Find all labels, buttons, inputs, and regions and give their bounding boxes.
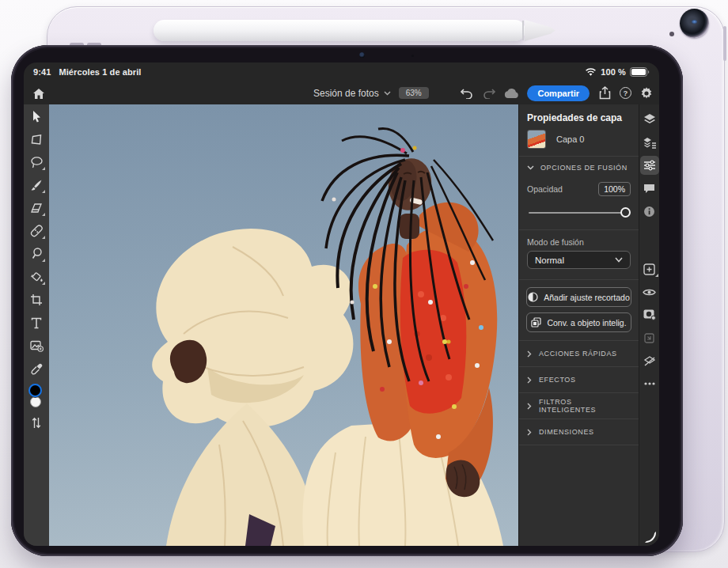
photo-layer bbox=[49, 104, 518, 546]
apple-pencil-seam bbox=[522, 21, 524, 40]
opacity-value-field[interactable]: 100% bbox=[598, 182, 631, 196]
info-button[interactable] bbox=[640, 202, 659, 221]
cloud-sync-icon[interactable] bbox=[504, 85, 520, 101]
undo-button[interactable] bbox=[458, 85, 474, 101]
chevron-down-icon bbox=[527, 165, 534, 170]
subtool-indicator bbox=[42, 282, 45, 285]
top-toolbar: Sesión de fotos 63% Compartir bbox=[24, 81, 659, 104]
layer-name: Capa 0 bbox=[556, 134, 584, 144]
subtool-indicator bbox=[42, 236, 45, 239]
hair-bead bbox=[351, 301, 355, 305]
layer-mask-button[interactable] bbox=[640, 305, 659, 324]
subtool-indicator bbox=[655, 274, 658, 277]
wifi-icon bbox=[585, 68, 597, 77]
document-canvas[interactable] bbox=[49, 104, 518, 546]
chevron-right-icon bbox=[527, 403, 532, 410]
swap-colors-button[interactable] bbox=[28, 415, 44, 430]
rear-camera-lens bbox=[680, 9, 709, 38]
layer-visibility-button[interactable] bbox=[640, 282, 659, 301]
add-clipped-adjustment-label: Añadir ajuste recortado bbox=[544, 293, 630, 302]
healing-brush-tool[interactable] bbox=[28, 223, 44, 239]
export-icon[interactable] bbox=[597, 85, 612, 101]
hair-bead bbox=[447, 340, 451, 344]
add-clipped-adjustment-button[interactable]: Añadir ajuste recortado bbox=[526, 287, 631, 307]
layer-properties-panel: Propiedades de capa Capa 0 OPCIONES DE F… bbox=[518, 104, 639, 546]
lasso-tool[interactable] bbox=[28, 154, 44, 170]
subtool-indicator bbox=[42, 259, 45, 262]
front-camera bbox=[359, 52, 365, 58]
zoom-level-badge[interactable]: 63% bbox=[399, 87, 429, 99]
hair-bead bbox=[400, 148, 405, 153]
section-effects[interactable]: EFECTOS bbox=[519, 367, 639, 393]
section-label: EFECTOS bbox=[539, 376, 576, 384]
background-color-swatch[interactable] bbox=[30, 396, 41, 407]
type-tool[interactable] bbox=[28, 315, 44, 331]
eyedropper-tool[interactable] bbox=[28, 361, 44, 377]
chevron-down-icon bbox=[384, 91, 391, 96]
opacity-slider[interactable] bbox=[529, 207, 629, 218]
add-layer-button[interactable] bbox=[640, 259, 659, 278]
blend-mode-select[interactable]: Normal bbox=[527, 251, 631, 269]
blend-mode-label: Modo de fusión bbox=[519, 230, 639, 251]
more-options-button[interactable] bbox=[640, 374, 659, 393]
crop-tool[interactable] bbox=[28, 292, 44, 308]
place-photo-tool[interactable] bbox=[28, 338, 44, 354]
flatten-layer-button[interactable] bbox=[640, 351, 659, 370]
blend-options-header[interactable]: OPCIONES DE FUSIÓN bbox=[519, 157, 639, 179]
share-button[interactable]: Compartir bbox=[527, 85, 590, 101]
subtool-indicator bbox=[42, 167, 45, 170]
battery-percent: 100 % bbox=[601, 67, 626, 77]
chevron-right-icon bbox=[527, 429, 532, 436]
status-bar: 9:41 Miércoles 1 de abril 100 % bbox=[24, 62, 659, 81]
redo-button[interactable] bbox=[481, 85, 497, 101]
blend-mode-value: Normal bbox=[535, 256, 564, 265]
layer-row[interactable]: Capa 0 bbox=[519, 128, 639, 156]
layers-button[interactable] bbox=[640, 110, 659, 129]
chevron-right-icon bbox=[527, 377, 532, 384]
tool-strip bbox=[24, 104, 49, 546]
hair-bead bbox=[332, 198, 336, 202]
apple-pencil bbox=[154, 20, 525, 41]
edit-properties-button[interactable] bbox=[640, 156, 659, 175]
battery-icon bbox=[630, 67, 650, 77]
brush-tool[interactable] bbox=[28, 177, 44, 193]
clone-stamp-tool[interactable] bbox=[28, 246, 44, 262]
section-label: FILTROS INTELIGENTES bbox=[539, 398, 631, 414]
color-swatches[interactable] bbox=[28, 384, 45, 409]
product-scene: 9:41 Miércoles 1 de abril 100 % bbox=[0, 0, 728, 568]
slider-thumb[interactable] bbox=[620, 207, 631, 218]
front-sensor bbox=[411, 55, 414, 57]
fill-tool[interactable] bbox=[28, 269, 44, 285]
convert-smart-object-button[interactable]: Conv. a objeto intelig. bbox=[526, 312, 631, 332]
ipad-front-device: 9:41 Miércoles 1 de abril 100 % bbox=[11, 45, 683, 556]
hair-bead bbox=[413, 146, 417, 150]
layer-properties-button[interactable] bbox=[640, 133, 659, 152]
foreground-color-swatch[interactable] bbox=[28, 384, 42, 397]
lens-glint bbox=[692, 20, 697, 24]
section-quick-actions[interactable]: ACCIONES RÁPIDAS bbox=[519, 341, 639, 367]
date-label: Miércoles 1 de abril bbox=[59, 67, 141, 77]
adjustment-icon bbox=[528, 292, 538, 302]
comments-button[interactable] bbox=[640, 179, 659, 198]
home-button[interactable] bbox=[30, 85, 47, 102]
document-title: Sesión de fotos bbox=[313, 88, 379, 99]
clip-layer-button[interactable] bbox=[640, 328, 659, 347]
rear-microphone bbox=[669, 32, 674, 36]
help-button[interactable]: ? bbox=[620, 87, 631, 99]
settings-gear-icon[interactable] bbox=[639, 85, 654, 101]
transform-tool[interactable] bbox=[28, 131, 44, 147]
eraser-tool[interactable] bbox=[28, 200, 44, 216]
clock: 9:41 bbox=[33, 67, 51, 77]
document-title-dropdown[interactable]: Sesión de fotos bbox=[313, 88, 391, 99]
section-dimensions[interactable]: DIMENSIONES bbox=[519, 419, 639, 445]
move-tool[interactable] bbox=[28, 108, 44, 124]
chevron-down-icon bbox=[615, 257, 623, 263]
subtool-indicator bbox=[42, 213, 45, 216]
section-smart-filters[interactable]: FILTROS INTELIGENTES bbox=[519, 393, 639, 419]
panel-title: Propiedades de capa bbox=[519, 104, 639, 128]
photoshop-app-screen: 9:41 Miércoles 1 de abril 100 % bbox=[24, 62, 659, 546]
opacity-row: Opacidad 100% bbox=[519, 179, 639, 198]
workspace: Propiedades de capa Capa 0 OPCIONES DE F… bbox=[24, 104, 659, 546]
section-label: DIMENSIONES bbox=[539, 428, 594, 436]
chevron-right-icon bbox=[527, 350, 532, 358]
